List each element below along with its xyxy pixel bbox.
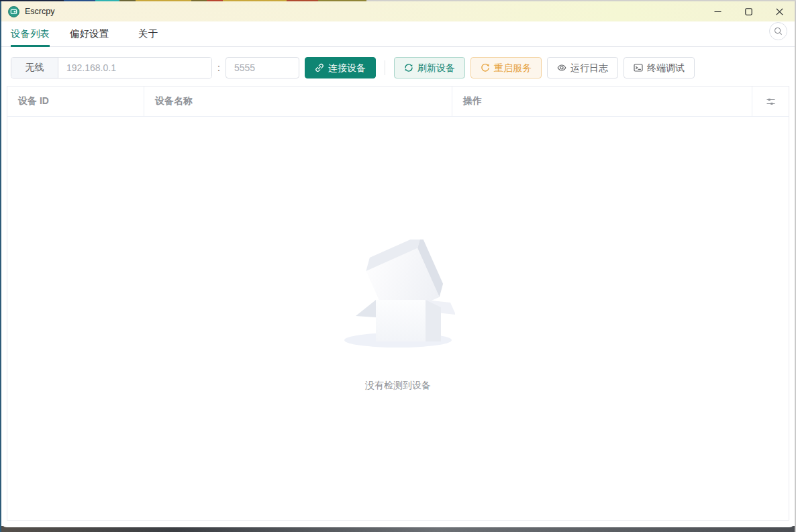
minimize-button[interactable] bbox=[702, 1, 733, 21]
empty-state: 没有检测到设备 bbox=[7, 240, 789, 392]
window-title: Escrcpy bbox=[25, 7, 54, 16]
empty-state-text: 没有检测到设备 bbox=[365, 380, 431, 392]
restart-icon bbox=[481, 63, 490, 72]
search-button[interactable] bbox=[769, 22, 787, 40]
titlebar: Escrcpy bbox=[1, 1, 795, 21]
run-logs-label: 运行日志 bbox=[570, 63, 608, 72]
device-table-header: 设备 ID 设备名称 操作 bbox=[7, 87, 789, 117]
tab-about[interactable]: 关于 bbox=[138, 21, 158, 46]
window-controls bbox=[702, 1, 795, 21]
refresh-icon bbox=[404, 63, 413, 72]
device-table: 设备 ID 设备名称 操作 bbox=[7, 86, 789, 521]
tab-bar: 设备列表 偏好设置 关于 bbox=[1, 21, 795, 47]
close-icon bbox=[776, 8, 783, 15]
connect-device-button[interactable]: 连接设备 bbox=[305, 57, 376, 78]
tab-preferences-label: 偏好设置 bbox=[70, 28, 109, 40]
escrcpy-window: Escrcpy 设备列表 偏好设置 关于 bbox=[1, 1, 795, 527]
wireless-address-group: 无线 bbox=[11, 57, 212, 78]
connect-device-label: 连接设备 bbox=[328, 63, 366, 72]
app-icon bbox=[8, 6, 19, 17]
restart-service-button[interactable]: 重启服务 bbox=[470, 57, 542, 78]
minimize-icon bbox=[714, 8, 722, 15]
maximize-button[interactable] bbox=[733, 1, 764, 21]
maximize-icon bbox=[745, 8, 752, 15]
column-settings-icon bbox=[766, 97, 776, 107]
refresh-devices-button[interactable]: 刷新设备 bbox=[394, 57, 465, 78]
wireless-label: 无线 bbox=[11, 58, 58, 78]
restart-service-label: 重启服务 bbox=[494, 63, 532, 72]
search-icon bbox=[774, 27, 783, 36]
tab-device-list-label: 设备列表 bbox=[11, 28, 50, 40]
column-header-device-name: 设备名称 bbox=[144, 87, 452, 116]
tab-device-list[interactable]: 设备列表 bbox=[11, 21, 50, 46]
toolbar-divider bbox=[385, 60, 385, 75]
terminal-icon bbox=[634, 63, 643, 72]
terminal-debug-label: 终端调试 bbox=[647, 63, 685, 72]
column-header-device-id: 设备 ID bbox=[7, 87, 144, 116]
ip-address-input[interactable] bbox=[58, 58, 211, 78]
close-button[interactable] bbox=[764, 1, 795, 21]
run-logs-button[interactable]: 运行日志 bbox=[547, 57, 618, 78]
terminal-debug-button[interactable]: 终端调试 bbox=[624, 57, 695, 78]
connect-icon bbox=[315, 63, 324, 72]
refresh-devices-label: 刷新设备 bbox=[417, 63, 455, 72]
port-input[interactable] bbox=[226, 57, 299, 78]
tab-preferences[interactable]: 偏好设置 bbox=[70, 21, 109, 46]
column-header-actions: 操作 bbox=[452, 87, 752, 116]
port-separator: : bbox=[217, 62, 220, 73]
empty-box-illustration bbox=[341, 240, 455, 350]
connection-toolbar: 无线 : 连接设备 刷新设备 bbox=[11, 57, 785, 78]
column-settings-cell[interactable] bbox=[752, 87, 789, 116]
tab-about-label: 关于 bbox=[138, 28, 158, 40]
logs-icon bbox=[557, 63, 566, 72]
